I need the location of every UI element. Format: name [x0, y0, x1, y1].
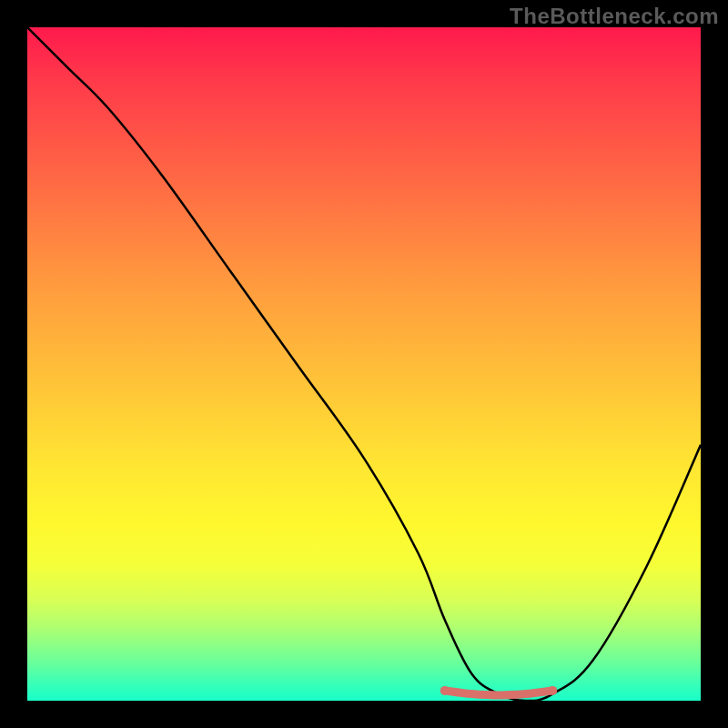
highlight-dot-left — [440, 686, 450, 695]
chart-frame: TheBottleneck.com — [0, 0, 728, 728]
bottleneck-curve-path — [27, 27, 701, 701]
flat-minimum-highlight-path — [445, 691, 552, 695]
watermark-text: TheBottleneck.com — [510, 4, 719, 29]
plot-area — [27, 27, 701, 701]
highlight-dot-right — [548, 686, 557, 695]
curve-svg — [27, 27, 701, 701]
